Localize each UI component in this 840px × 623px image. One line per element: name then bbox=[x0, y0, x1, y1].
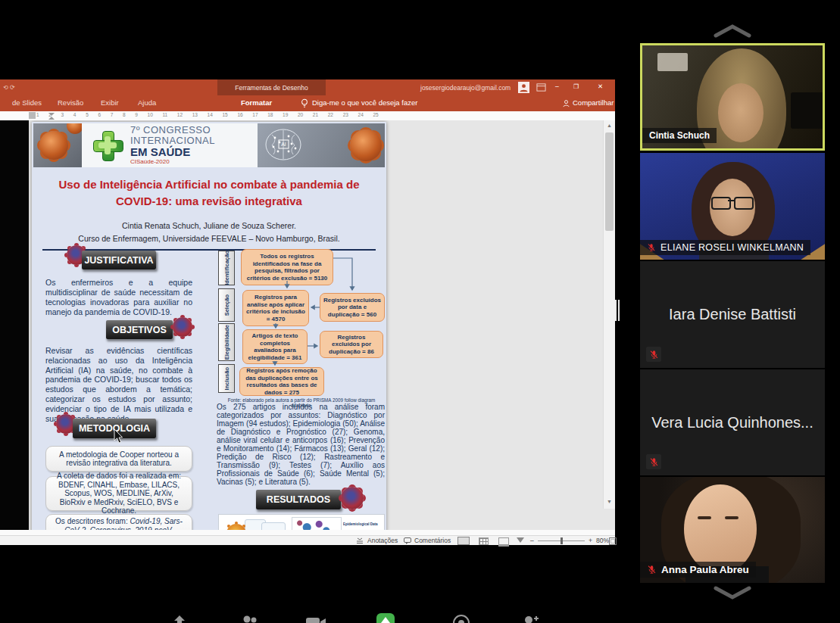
tell-me-search[interactable]: Diga-me o que você deseja fazer bbox=[312, 98, 417, 107]
indent-marker-bottom[interactable] bbox=[48, 117, 55, 120]
indent-marker[interactable] bbox=[48, 113, 55, 116]
slide-canvas[interactable]: 7º CONGRESSO INTERNACIONAL EM SAÚDE CISa… bbox=[32, 122, 386, 530]
participant-name: Iara Denise Battisti bbox=[640, 261, 825, 368]
notes-icon bbox=[356, 537, 364, 544]
video-icon[interactable] bbox=[304, 613, 327, 623]
ribbon-display-options-icon[interactable] bbox=[536, 83, 546, 92]
descritores-prefix: Os descritores foram: bbox=[55, 517, 130, 525]
muted-mic-icon bbox=[647, 243, 656, 252]
ruler-mark: 25 bbox=[373, 112, 378, 117]
zoom-slider-thumb[interactable] bbox=[561, 537, 563, 544]
ruler-mark: 11 bbox=[162, 112, 167, 117]
close-button[interactable]: ✕ bbox=[598, 83, 603, 90]
ruler-mark: 15 bbox=[223, 112, 228, 117]
coronavirus-image bbox=[350, 129, 382, 161]
wall-panel bbox=[657, 53, 688, 71]
ruler-mark: 5 bbox=[86, 112, 89, 117]
participants-scroll-down-icon[interactable] bbox=[711, 584, 754, 601]
add-user-icon[interactable] bbox=[520, 613, 541, 623]
comments-icon bbox=[404, 537, 411, 544]
congress-sub: CISaúde-2020 bbox=[130, 158, 215, 166]
muted-mic-icon bbox=[649, 457, 659, 467]
share-button[interactable]: Compartilhar bbox=[573, 98, 614, 107]
scrollbar-thumb[interactable] bbox=[605, 132, 614, 231]
muted-mic-badge bbox=[646, 454, 661, 469]
scrollbar-up-icon[interactable]: ▲ bbox=[605, 123, 614, 128]
coronavirus-image bbox=[67, 123, 82, 134]
quick-access-toolbar[interactable]: ⟲ ⟳ bbox=[3, 84, 15, 91]
person-eye bbox=[698, 516, 711, 519]
participant-tile-anna[interactable]: Anna Paula Abreu bbox=[640, 477, 825, 583]
tab-ajuda[interactable]: Ajuda bbox=[138, 98, 156, 107]
ruler-mark: 21 bbox=[313, 112, 318, 117]
account-avatar-icon[interactable] bbox=[518, 82, 529, 93]
participant-tile-iara[interactable]: Iara Denise Battisti bbox=[640, 261, 825, 368]
share-screen-icon[interactable] bbox=[376, 613, 395, 623]
scrollbar-down-icon[interactable]: ▼ bbox=[605, 499, 614, 504]
metodologia-box-3: Os descritores foram: Covid-19, Sars-CoV… bbox=[45, 514, 192, 530]
ruler-numbers: 1234567891011121314151617181920212223242… bbox=[36, 112, 379, 117]
reading-view-icon[interactable] bbox=[498, 537, 509, 547]
screen: ⟲ ⟳ Ferramentas de Desenho josesergiodea… bbox=[0, 0, 840, 623]
tab-revisao[interactable]: Revisão bbox=[58, 98, 83, 107]
participant-tile-eliane[interactable]: ELIANE ROSELI WINKELMANN bbox=[640, 153, 825, 260]
horizontal-scroll-strip bbox=[0, 530, 615, 535]
ruler-mark: 8 bbox=[123, 112, 126, 117]
ruler-mark: 4 bbox=[73, 112, 77, 117]
person-face bbox=[684, 484, 757, 574]
ruler-mark: 13 bbox=[192, 112, 198, 117]
normal-view-icon[interactable] bbox=[457, 537, 470, 545]
ruler-mark: 17 bbox=[252, 112, 258, 117]
results-figure: Epidemiological Data bbox=[218, 514, 385, 530]
svg-text:AI: AI bbox=[281, 142, 286, 147]
ribbon-tabs: de Slides Revisão Exibir Ajuda Formatar … bbox=[0, 95, 615, 111]
participant-tile-cintia-schuch[interactable]: Cintia Schuch bbox=[640, 43, 825, 151]
banner-center: 7º CONGRESSO INTERNACIONAL EM SAÚDE CISa… bbox=[82, 123, 258, 167]
ruler-margin-block bbox=[29, 112, 36, 119]
muted-mic-badge bbox=[646, 347, 661, 362]
restore-button[interactable]: ❐ bbox=[573, 83, 579, 90]
slide-scrollbar[interactable]: ▲ ▼ bbox=[603, 120, 615, 509]
ruler-mark: 9 bbox=[135, 112, 138, 117]
slideshow-view-icon[interactable] bbox=[517, 537, 524, 543]
participants-scroll-up-icon[interactable] bbox=[711, 23, 754, 39]
panel-drag-handle[interactable] bbox=[615, 300, 621, 321]
flow-arrows bbox=[214, 243, 386, 402]
banner-corona-left bbox=[33, 123, 82, 167]
glasses-right bbox=[734, 197, 754, 210]
virus-decoration-icon bbox=[173, 317, 192, 337]
share-arrow-icon[interactable] bbox=[170, 613, 189, 623]
title-bar: ⟲ ⟳ Ferramentas de Desenho josesergiodea… bbox=[0, 79, 615, 95]
tab-exibir[interactable]: Exibir bbox=[101, 98, 119, 107]
notes-toggle[interactable]: Anotações bbox=[367, 537, 398, 544]
fit-to-window-icon[interactable] bbox=[609, 537, 617, 545]
congress-line3: EM SAÚDE bbox=[130, 146, 215, 158]
participant-name-label: ELIANE ROSELI WINKELMANN bbox=[640, 240, 810, 255]
tab-formatar[interactable]: Formatar bbox=[241, 98, 272, 107]
zoom-in-button[interactable]: + bbox=[589, 537, 592, 544]
status-bar: Anotações Comentários – + 80% bbox=[0, 535, 615, 545]
coronavirus-image bbox=[39, 131, 68, 160]
comments-toggle[interactable]: Comentários bbox=[414, 537, 451, 544]
participant-tile-vera[interactable]: Vera Lucia Quinhones... bbox=[640, 369, 825, 475]
zoom-out-button[interactable]: – bbox=[530, 537, 534, 544]
slide-sorter-view-icon[interactable] bbox=[479, 537, 489, 545]
glasses-bridge bbox=[728, 200, 734, 201]
justificativa-text: Os enfermeiros e a equipe multidisciplin… bbox=[45, 278, 192, 317]
poster-affiliation: Curso de Enfermagem, Universidade FEEVAL… bbox=[32, 234, 386, 243]
minimize-button[interactable]: – bbox=[555, 83, 559, 90]
tab-slides[interactable]: de Slides bbox=[12, 98, 42, 107]
account-email[interactable]: josesergiodearaujo@gmail.com bbox=[420, 84, 511, 92]
ruler-mark: 18 bbox=[267, 112, 273, 117]
participant-name: Vera Lucia Quinhones... bbox=[640, 369, 825, 475]
green-cross-logo bbox=[92, 130, 123, 160]
share-person-icon bbox=[562, 99, 570, 107]
zoom-level[interactable]: 80% bbox=[596, 537, 609, 544]
tell-me-lamp-icon bbox=[300, 98, 309, 108]
figure-label: Epidemiological Data bbox=[343, 522, 381, 526]
virus-decoration-icon bbox=[341, 487, 364, 509]
record-icon[interactable] bbox=[451, 613, 471, 623]
participants-icon[interactable] bbox=[239, 613, 261, 623]
ruler-mark: 14 bbox=[208, 112, 213, 117]
sun-virus-illustration bbox=[226, 524, 246, 530]
